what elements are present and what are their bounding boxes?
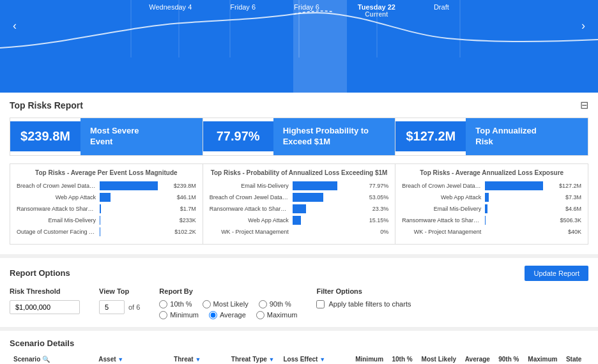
radio-minimum[interactable]: Minimum [159,311,199,319]
kpi-value-0: $239.8M [10,121,80,151]
risk-threshold-group: Risk Threshold [10,287,80,314]
col-header-mostlikely: Most Likely [418,353,461,364]
kpi-card-2: $127.2M Top AnnualizedRisk [395,118,588,156]
radio-average[interactable]: Average [209,311,246,319]
chart-panel-1: Top Risks - Probability of Annualized Lo… [203,163,396,245]
kpi-card-0: $239.8M Most SevereEvent [10,118,203,156]
bar-row: Ransomware Attack to Shared Drives $506.… [402,216,581,225]
col-header-minimum: Minimum [351,353,388,364]
bar-row: Email Mis-Delivery 77.97% [210,181,389,190]
options-row: Risk Threshold View Top of 6 Report By 1… [10,287,588,319]
kpi-card-1: 77.97% Highest Probability toExceed $1M [203,118,396,156]
threat-filter-icon[interactable]: ▼ [195,356,201,363]
timeline-next-button[interactable]: › [581,19,585,33]
scenario-table: Scenario 🔍 Asset ▼ Threat ▼ Threat Type … [10,353,588,364]
bar-row: Breach of Crown Jewel Database - Exte...… [210,193,389,202]
scenario-section: Scenario Details Scenario 🔍 Asset ▼ Thre… [0,331,598,364]
kpi-label-2: Top AnnualizedRisk [466,118,588,155]
col-header-losseffect: Loss Effect ▼ [280,353,352,364]
bar-row: WK - Project Management 0% [210,227,389,236]
report-by-group: Report By 10th % Most Likely 90th % M [159,287,297,319]
losseffect-filter-icon[interactable]: ▼ [319,356,325,363]
scenario-title: Scenario Details [10,338,588,348]
radio-10th[interactable]: 10th % [159,300,192,308]
scenario-table-header-row: Scenario 🔍 Asset ▼ Threat ▼ Threat Type … [10,353,588,364]
update-report-button[interactable]: Update Report [525,266,588,281]
bar-row: Email Mis-Delivery $233K [17,216,196,225]
report-options-header: Report Options Update Report [10,266,588,281]
top-risks-title: Top Risks Report [10,100,83,110]
timeline-nav: ‹ › [0,19,598,33]
top-risks-header: Top Risks Report ⊟ [10,99,588,111]
bar-row: Breach of Crown Jewel Database - Exte...… [17,181,196,190]
radio-maximum[interactable]: Maximum [256,311,298,319]
radio-most-likely[interactable]: Most Likely [203,300,249,308]
report-options-title: Report Options [10,268,70,278]
report-options-section: Report Options Update Report Risk Thresh… [0,258,598,327]
col-header-threat: Threat ▼ [170,353,227,364]
timeline-section: ‹ › Wednesday 4 Friday 6 Friday 6 Tuesda… [0,0,598,93]
risk-threshold-input[interactable] [10,300,80,314]
chart-panel-2: Top Risks - Average Annualized Loss Expo… [395,163,588,245]
bar-row: Outage of Customer Facing Website $102.2… [17,227,196,236]
bar-row: Web App Attack $7.3M [402,193,581,202]
kpi-label-0: Most SevereEvent [80,118,203,155]
kpi-label-1: Highest Probability toExceed $1M [273,118,395,155]
kpi-row: $239.8M Most SevereEvent 77.97% Highest … [10,118,588,156]
col-header-threattype: Threat Type ▼ [227,353,280,364]
col-header-maximum: Maximum [524,353,562,364]
col-header-average: Average [461,353,494,364]
bar-row: WK - Project Management $40K [402,227,581,236]
col-header-tenth: 10th % [388,353,417,364]
asset-filter-icon[interactable]: ▼ [118,356,123,363]
bar-row: Breach of Crown Jewel Database - Exte...… [402,181,581,190]
bar-row: Web App Attack 15.15% [210,216,389,225]
report-icon[interactable]: ⊟ [580,99,588,111]
bar-row: Ransomware Attack to Shared Drives $1.7M [17,204,196,213]
threattype-filter-icon[interactable]: ▼ [269,356,275,363]
timeline-prev-button[interactable]: ‹ [13,19,17,33]
scenario-search-icon[interactable]: 🔍 [42,356,50,363]
col-header-ninetieth: 90th % [494,353,524,364]
col-header-state: State [562,353,588,364]
view-top-input[interactable] [99,300,125,314]
view-top-group: View Top of 6 [99,287,140,314]
charts-row: Top Risks - Average Per Event Loss Magni… [10,163,588,245]
col-header-asset: Asset ▼ [95,353,170,364]
kpi-value-1: 77.97% [203,121,273,151]
bar-row: Ransomware Attack to Shared Drives 23.3% [210,204,389,213]
filter-checkbox-label[interactable]: Apply table filters to charts [316,300,411,308]
col-header-scenario: Scenario 🔍 [10,353,95,364]
kpi-value-2: $127.2M [395,121,466,151]
filter-options-group: Filter Options Apply table filters to ch… [316,287,411,308]
radio-90th[interactable]: 90th % [259,300,291,308]
report-by-radio-group: 10th % Most Likely 90th % Minimum Averag… [159,300,297,319]
top-risks-section: Top Risks Report ⊟ $239.8M Most SevereEv… [0,93,598,254]
bar-row: Web App Attack $46.1M [17,193,196,202]
chart-panel-0: Top Risks - Average Per Event Loss Magni… [10,163,203,245]
bar-row: Email Mis-Delivery $4.6M [402,204,581,213]
filter-checkbox[interactable] [316,300,325,308]
